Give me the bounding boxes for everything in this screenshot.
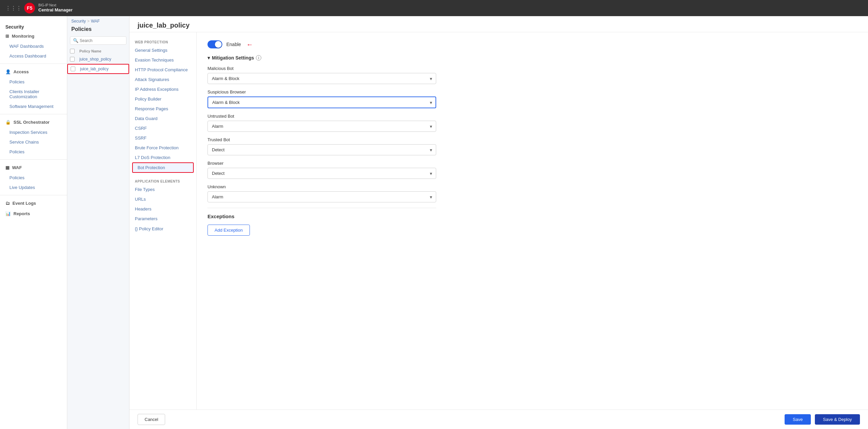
- nav-parameters[interactable]: Parameters: [129, 214, 196, 224]
- nav-brute-force[interactable]: Brute Force Protection: [129, 143, 196, 153]
- sidebar-item-waf-dashboards[interactable]: WAF Dashboards: [0, 41, 67, 51]
- trusted-bot-select[interactable]: Detect Alarm & Block Alarm Allow Block: [208, 144, 436, 155]
- policy-name-header: Policy Name: [80, 49, 126, 53]
- nav-policy-editor[interactable]: {} Policy Editor: [129, 224, 196, 234]
- exceptions-section: Exceptions Add Exception: [208, 213, 857, 236]
- nav-ssrf[interactable]: SSRF: [129, 133, 196, 143]
- sidebar-item-access-dashboard[interactable]: Access Dashboard: [0, 51, 67, 61]
- nav-ip-address-exceptions[interactable]: IP Address Exceptions: [129, 85, 196, 94]
- sidebar-divider-2: [0, 114, 67, 114]
- red-arrow-icon: ←: [247, 41, 253, 48]
- malicious-bot-select[interactable]: Alarm & Block Alarm Detect Allow Block: [208, 73, 436, 84]
- enable-label: Enable: [226, 42, 241, 47]
- content-body: WEB PROTECTION General Settings Evasion …: [129, 32, 868, 409]
- breadcrumb: Security > WAF: [67, 16, 129, 25]
- right-panel: Enable ← ▾ Mitigation Settings i Malicio…: [197, 32, 868, 409]
- suspicious-browser-select[interactable]: Alarm & Block Alarm Detect Allow Block: [208, 97, 436, 108]
- product-line2: Central Manager: [38, 7, 73, 13]
- sidebar-item-service-chains[interactable]: Service Chains: [0, 137, 67, 147]
- policy-name-2[interactable]: juice_lab_policy: [80, 67, 126, 71]
- nav-evasion-techniques[interactable]: Evasion Techniques: [129, 55, 196, 65]
- sidebar-divider-4: [0, 195, 67, 195]
- policy-row-juice-lab[interactable]: juice_lab_policy: [67, 64, 129, 74]
- nav-general-settings[interactable]: General Settings: [129, 45, 196, 55]
- sidebar-item-clients-installer[interactable]: Clients Installer Customization: [0, 87, 67, 102]
- product-title: BIG-IP Next Central Manager: [38, 3, 73, 13]
- reports-label: Reports: [13, 211, 30, 216]
- enable-toggle[interactable]: [208, 40, 222, 48]
- sidebar-item-live-updates[interactable]: Live Updates: [0, 183, 67, 192]
- nav-data-guard[interactable]: Data Guard: [129, 113, 196, 123]
- browser-select-wrapper: Detect Alarm & Block Alarm Allow Block: [208, 168, 436, 179]
- nav-policy-builder[interactable]: Policy Builder: [129, 94, 196, 104]
- policy-list: Policy Name juice_shop_policy juice_lab_…: [67, 47, 129, 429]
- mitigation-info-icon[interactable]: i: [256, 55, 261, 61]
- mitigation-chevron-icon: ▾: [208, 55, 210, 61]
- exceptions-title: Exceptions: [208, 213, 857, 219]
- save-deploy-button[interactable]: Save & Deploy: [815, 414, 860, 425]
- search-box[interactable]: 🔍: [70, 36, 126, 45]
- untrusted-bot-group: Untrusted Bot Alarm Alarm & Block Detect…: [208, 113, 857, 132]
- policies-panel-title: Policies: [67, 25, 129, 35]
- web-protection-label: WEB PROTECTION: [129, 38, 196, 45]
- untrusted-bot-select[interactable]: Alarm Alarm & Block Detect Allow Block: [208, 121, 436, 132]
- top-bar: ⋮⋮⋮ F5 BIG-IP Next Central Manager: [0, 0, 868, 16]
- nav-csrf[interactable]: CSRF: [129, 123, 196, 133]
- browser-select[interactable]: Detect Alarm & Block Alarm Allow Block: [208, 168, 436, 179]
- breadcrumb-waf[interactable]: WAF: [91, 19, 99, 24]
- save-button[interactable]: Save: [784, 414, 811, 425]
- malicious-bot-label: Malicious Bot: [208, 66, 857, 71]
- waf-icon: ▦: [5, 165, 9, 170]
- nav-attack-signatures[interactable]: Attack Signatures: [129, 75, 196, 85]
- left-nav: WEB PROTECTION General Settings Evasion …: [129, 32, 197, 409]
- sidebar-item-access-policies[interactable]: Policies: [0, 77, 67, 87]
- ssl-icon: 🔒: [5, 120, 11, 125]
- breadcrumb-security[interactable]: Security: [71, 19, 86, 24]
- policy-row-juice-shop[interactable]: juice_shop_policy: [67, 55, 129, 64]
- untrusted-bot-label: Untrusted Bot: [208, 113, 857, 119]
- unknown-select-wrapper: Alarm Alarm & Block Detect Allow Block: [208, 191, 436, 202]
- policy-check-1[interactable]: [70, 57, 77, 62]
- policy-check-2[interactable]: [71, 67, 78, 71]
- malicious-bot-group: Malicious Bot Alarm & Block Alarm Detect…: [208, 66, 857, 84]
- sidebar-item-reports[interactable]: 📊 Reports: [0, 208, 67, 219]
- sidebar-group-ssl: 🔒 SSL Orchestrator Inspection Services S…: [0, 117, 67, 157]
- nav-headers[interactable]: Headers: [129, 204, 196, 214]
- mitigation-title: Mitigation Settings: [212, 55, 254, 61]
- ssl-label: SSL Orchestrator: [13, 120, 50, 125]
- nav-file-types[interactable]: File Types: [129, 185, 196, 194]
- app-elements-label: APPLICATION ELEMENTS: [129, 177, 196, 185]
- nav-http-protocol[interactable]: HTTP Protocol Compliance: [129, 65, 196, 75]
- add-exception-button[interactable]: Add Exception: [208, 225, 250, 236]
- suspicious-browser-group: Suspicious Browser Alarm & Block Alarm D…: [208, 90, 857, 108]
- nav-response-pages[interactable]: Response Pages: [129, 104, 196, 113]
- trusted-bot-group: Trusted Bot Detect Alarm & Block Alarm A…: [208, 137, 857, 155]
- grid-icon[interactable]: ⋮⋮⋮: [5, 5, 22, 11]
- mitigation-header[interactable]: ▾ Mitigation Settings i: [208, 55, 857, 61]
- sidebar-item-software-management[interactable]: Software Management: [0, 102, 67, 111]
- access-icon: 👤: [5, 69, 11, 74]
- nav-bot-protection[interactable]: Bot Protection: [132, 162, 194, 173]
- waf-label: WAF: [12, 165, 22, 170]
- event-logs-label: Event Logs: [12, 201, 36, 206]
- trusted-bot-select-wrapper: Detect Alarm & Block Alarm Allow Block: [208, 144, 436, 155]
- sidebar-item-event-logs[interactable]: 🗂 Event Logs: [0, 198, 67, 208]
- search-icon: 🔍: [73, 38, 79, 43]
- nav-urls[interactable]: URLs: [129, 194, 196, 204]
- unknown-select[interactable]: Alarm Alarm & Block Detect Allow Block: [208, 191, 436, 202]
- sidebar-group-monitoring: ⊞ Monitoring WAF Dashboards Access Dashb…: [0, 31, 67, 61]
- sidebar-item-waf-policies[interactable]: Policies: [0, 173, 67, 183]
- access-label: Access: [13, 69, 29, 74]
- reports-icon: 📊: [5, 211, 11, 216]
- sidebar-divider-1: [0, 64, 67, 64]
- mitigation-section: ▾ Mitigation Settings i Malicious Bot Al…: [208, 55, 857, 202]
- cancel-button[interactable]: Cancel: [137, 414, 165, 425]
- footer: Cancel Save Save & Deploy: [129, 409, 868, 429]
- policy-name-1[interactable]: juice_shop_policy: [80, 57, 126, 62]
- sidebar-item-inspection-services[interactable]: Inspection Services: [0, 127, 67, 137]
- enable-section: Enable ←: [208, 40, 857, 48]
- nav-l7-dos[interactable]: L7 DoS Protection: [129, 153, 196, 162]
- sidebar-item-ssl-policies[interactable]: Policies: [0, 147, 67, 157]
- monitoring-label: Monitoring: [12, 34, 34, 39]
- search-input[interactable]: [80, 38, 123, 43]
